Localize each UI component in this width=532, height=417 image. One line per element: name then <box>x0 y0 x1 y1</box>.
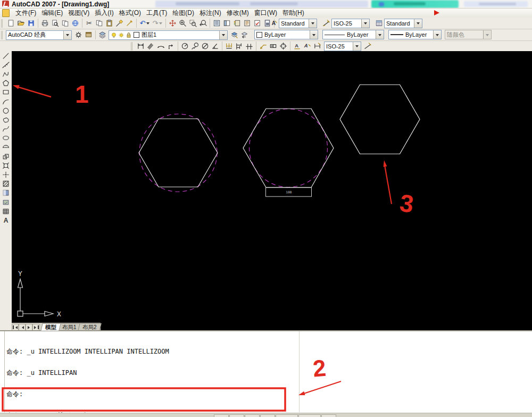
dim-edit-icon[interactable]: A <box>292 41 302 51</box>
menu-help[interactable]: 帮助(H) <box>280 9 307 18</box>
dim-style-icon[interactable] <box>321 18 331 28</box>
linetype-combo[interactable]: ByLayer <box>322 30 384 39</box>
combo-arrow-icon[interactable] <box>353 42 361 51</box>
menu-draw[interactable]: 绘图(D) <box>170 9 197 18</box>
pan-realtime-icon[interactable] <box>168 18 178 28</box>
dim-arclength-icon[interactable] <box>156 41 166 51</box>
paste-icon[interactable] <box>104 18 114 28</box>
combo-arrow-icon[interactable] <box>219 31 227 39</box>
toolbar-grip[interactable] <box>131 42 134 51</box>
command-pane-divider[interactable] <box>299 331 300 412</box>
dim-update-icon[interactable] <box>312 41 322 51</box>
dim-text-edit-icon[interactable]: A <box>302 41 312 51</box>
menu-view[interactable]: 视图(V) <box>65 9 92 18</box>
sheet-set-manager-icon[interactable] <box>242 18 252 28</box>
hatch-tool-icon[interactable] <box>1 179 11 189</box>
dim-linear-icon[interactable] <box>136 41 146 51</box>
layer-on-bulb-icon[interactable] <box>111 32 117 38</box>
match-properties-icon[interactable] <box>114 18 124 28</box>
quick-dimension-icon[interactable] <box>224 41 234 51</box>
command-line-window[interactable]: 命令: _u INTELLIZOOM INTELLIPAN INTELLIZOO… <box>0 330 532 413</box>
zoom-window-icon[interactable] <box>188 18 198 28</box>
toolbar-grip[interactable] <box>1 19 4 28</box>
lineweight-combo[interactable]: ByLayer <box>388 30 442 39</box>
etransmit-icon[interactable] <box>70 18 80 28</box>
layer-previous-icon[interactable] <box>239 30 250 40</box>
designcenter-icon[interactable] <box>222 18 232 28</box>
polyline-tool-icon[interactable] <box>1 69 11 78</box>
layer-color-swatch[interactable] <box>134 32 139 38</box>
revcloud-tool-icon[interactable] <box>1 115 11 124</box>
insert-block-tool-icon[interactable] <box>1 152 11 161</box>
menu-format[interactable]: 格式(O) <box>117 9 144 18</box>
redo-icon[interactable]: ↷ <box>151 18 164 28</box>
rectangle-tool-icon[interactable] <box>1 88 11 97</box>
layer-properties-manager-icon[interactable] <box>97 30 107 40</box>
gradient-tool-icon[interactable] <box>1 189 11 198</box>
dim-style-combo-2[interactable]: ISO-25 <box>324 42 361 51</box>
tolerance-icon[interactable] <box>268 41 278 51</box>
region-tool-icon[interactable] <box>1 198 11 207</box>
circle-tool-icon[interactable] <box>1 106 11 115</box>
menu-file[interactable]: 文件(F) <box>13 9 39 18</box>
combo-arrow-icon[interactable] <box>310 30 318 39</box>
arc-tool-icon[interactable] <box>1 97 11 106</box>
quick-leader-icon[interactable] <box>258 41 268 51</box>
menu-dimension[interactable]: 标注(N) <box>197 9 224 18</box>
workspace-combo[interactable]: AutoCAD 经典 <box>6 30 72 40</box>
zoom-realtime-icon[interactable] <box>178 18 188 28</box>
menu-modify[interactable]: 修改(M) <box>224 9 252 18</box>
block-editor-icon[interactable] <box>124 18 135 28</box>
drawing-canvas[interactable] <box>12 51 532 330</box>
make-block-tool-icon[interactable] <box>1 161 11 170</box>
point-tool-icon[interactable] <box>1 170 11 179</box>
status-toggle-button[interactable] <box>214 414 229 417</box>
undo-flyout-arrow[interactable] <box>146 22 149 26</box>
mtext-tool-icon[interactable]: A <box>1 216 11 225</box>
combo-arrow-icon[interactable] <box>433 30 441 39</box>
status-toggle-button[interactable] <box>229 414 244 417</box>
redo-flyout-arrow[interactable] <box>159 22 162 26</box>
layer-combo[interactable]: 图层1 <box>109 30 228 40</box>
color-combo[interactable]: ByLayer <box>254 30 318 39</box>
combo-arrow-icon[interactable] <box>376 30 384 39</box>
status-toggle-button[interactable] <box>260 414 275 417</box>
layer-freeze-sun-icon[interactable] <box>118 32 124 38</box>
table-tool-icon[interactable] <box>1 207 11 216</box>
menu-tools[interactable]: 工具(T) <box>144 9 170 18</box>
line-tool-icon[interactable] <box>1 51 11 60</box>
text-style-icon[interactable]: A <box>269 18 279 28</box>
dim-angular-icon[interactable] <box>210 41 220 51</box>
dim-jogged-icon[interactable] <box>190 41 200 51</box>
status-toggle-button[interactable] <box>276 414 298 417</box>
combo-arrow-icon[interactable] <box>361 19 369 28</box>
dim-aligned-icon[interactable] <box>146 41 156 51</box>
layer-lock-icon[interactable] <box>126 32 132 38</box>
xline-tool-icon[interactable] <box>1 60 11 69</box>
save-icon[interactable] <box>26 18 36 28</box>
undo-icon[interactable]: ↶ <box>138 18 151 28</box>
dim-radius-icon[interactable] <box>180 41 190 51</box>
dim-continue-icon[interactable] <box>244 41 254 51</box>
dim-diameter-icon[interactable] <box>200 41 210 51</box>
plot-icon[interactable] <box>40 18 50 28</box>
table-style-icon[interactable] <box>374 18 384 28</box>
ellipse-tool-icon[interactable] <box>1 134 11 143</box>
save-workspace-icon[interactable] <box>84 30 94 40</box>
text-style-combo[interactable]: Standard <box>279 19 317 28</box>
publish-icon[interactable] <box>60 18 70 28</box>
menu-insert[interactable]: 插入(I) <box>92 9 116 18</box>
table-style-combo[interactable]: Standard <box>384 19 422 28</box>
open-file-icon[interactable] <box>16 18 26 28</box>
combo-arrow-icon[interactable] <box>309 19 317 28</box>
toolbar-grip[interactable] <box>1 31 4 39</box>
dim-style-combo[interactable]: ISO-25 <box>331 19 370 28</box>
menu-window[interactable]: 窗口(W) <box>252 9 280 18</box>
center-mark-icon[interactable] <box>278 41 288 51</box>
new-file-icon[interactable] <box>6 18 16 28</box>
make-layer-current-icon[interactable] <box>229 30 239 40</box>
combo-arrow-icon[interactable] <box>63 31 71 39</box>
dim-baseline-icon[interactable] <box>234 41 244 51</box>
spline-tool-icon[interactable] <box>1 125 11 134</box>
combo-arrow-icon[interactable] <box>414 19 422 28</box>
